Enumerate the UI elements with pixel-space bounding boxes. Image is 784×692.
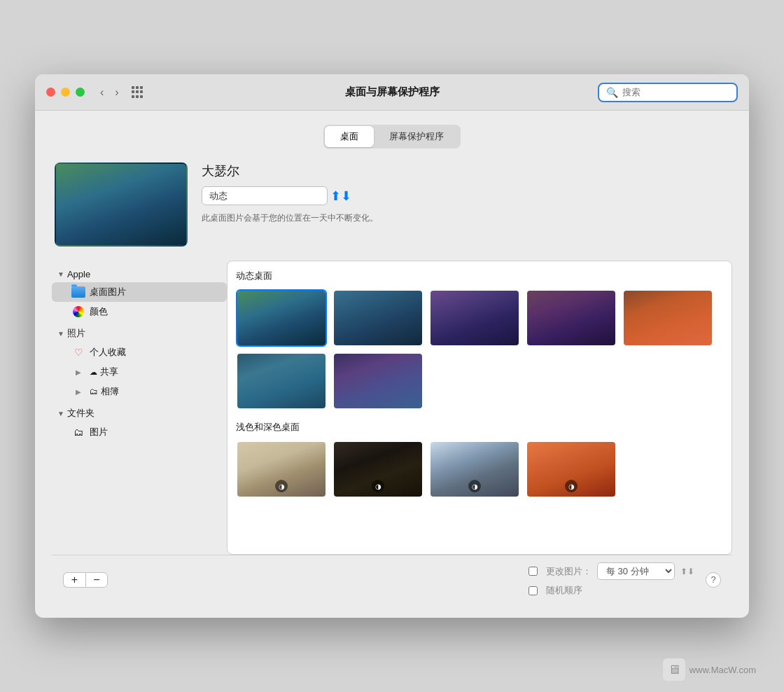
sidebar-item-albums[interactable]: ▶ 🗂 相簿 bbox=[52, 382, 227, 401]
wallpaper-thumb-2[interactable] bbox=[332, 289, 424, 347]
wallpaper-thumb-5[interactable] bbox=[622, 289, 713, 347]
lightdark-wallpaper-grid: ◑ ◑ ◑ ◑ bbox=[236, 441, 723, 498]
wallpaper-thumb-1[interactable] bbox=[236, 289, 327, 347]
titlebar: ‹ › 桌面与屏幕保护程序 🔍 bbox=[35, 74, 749, 111]
sidebar-header-apple[interactable]: ▼ Apple bbox=[52, 266, 227, 282]
body-layout: ▼ Apple 桌面图片 颜色 bbox=[52, 261, 732, 555]
sidebar-albums-label: 相簿 bbox=[101, 385, 119, 398]
sidebar: ▼ Apple 桌面图片 颜色 bbox=[52, 261, 227, 555]
sun-moon-icon-8: ◑ bbox=[275, 480, 288, 492]
wallpaper-panel: 动态桌面 bbox=[227, 261, 732, 555]
add-button[interactable]: + bbox=[63, 572, 85, 588]
sidebar-item-desktop-pictures[interactable]: 桌面图片 bbox=[52, 282, 227, 302]
sidebar-shared-label: 共享 bbox=[100, 366, 118, 378]
wallpaper-thumb-10[interactable]: ◑ bbox=[429, 441, 520, 498]
chevron-down-icon: ▼ bbox=[57, 270, 64, 278]
sun-moon-icon-11: ◑ bbox=[565, 480, 578, 492]
wallpaper-thumb-4[interactable] bbox=[526, 289, 617, 347]
random-order-row: 随机顺序 bbox=[528, 584, 694, 597]
interval-arrows-icon: ⬆⬇ bbox=[680, 567, 694, 576]
wallpaper-image-2 bbox=[334, 291, 422, 345]
mode-dropdown-wrapper: 动态 浅色（静态） 深色（静态） 自动旋转 ⬆⬇ bbox=[202, 186, 729, 205]
minimize-button[interactable] bbox=[61, 88, 70, 97]
colors-icon bbox=[71, 306, 85, 317]
watermark-icon: 🖥 bbox=[663, 658, 685, 681]
dynamic-wallpaper-grid bbox=[236, 289, 723, 410]
wallpaper-name: 大瑟尔 bbox=[202, 162, 729, 179]
wallpaper-thumb-9[interactable]: ◑ bbox=[332, 441, 424, 498]
dropdown-arrow-icon: ⬆⬇ bbox=[330, 188, 351, 204]
main-window: ‹ › 桌面与屏幕保护程序 🔍 桌面 屏幕保护程序 bbox=[35, 74, 749, 618]
help-button[interactable]: ? bbox=[706, 572, 721, 588]
wallpaper-image-5 bbox=[624, 291, 712, 345]
watermark-text: www.MacW.com bbox=[690, 665, 756, 675]
chevron-down-icon-folders: ▼ bbox=[57, 410, 64, 417]
sidebar-folders-label: 文件夹 bbox=[67, 407, 94, 420]
add-remove-group: + − bbox=[63, 572, 108, 588]
interval-select[interactable]: 每 30 分钟 每小时 每天 登录时 bbox=[597, 562, 675, 580]
sidebar-item-shared[interactable]: ▶ ☁ 共享 bbox=[52, 362, 227, 382]
content-area: 桌面 屏幕保护程序 大瑟尔 动态 浅色（静态） 深色（静态） 自动旋转 ⬆⬇ bbox=[35, 111, 749, 618]
sidebar-desktop-pictures-label: 桌面图片 bbox=[90, 286, 126, 298]
close-button[interactable] bbox=[46, 88, 55, 97]
lightdark-section-title: 浅色和深色桌面 bbox=[236, 421, 723, 434]
change-picture-checkbox[interactable] bbox=[528, 567, 538, 576]
tab-bar: 桌面 屏幕保护程序 bbox=[52, 125, 732, 148]
back-button[interactable]: ‹ bbox=[96, 85, 108, 100]
sidebar-favorites-label: 个人收藏 bbox=[90, 346, 126, 359]
folder-blue-icon bbox=[71, 286, 85, 298]
wallpaper-image-4 bbox=[527, 291, 615, 345]
cloud-icon: ☁ bbox=[90, 368, 97, 377]
sidebar-item-favorites[interactable]: ♡ 个人收藏 bbox=[52, 342, 227, 362]
chevron-right-shared-icon: ▶ bbox=[71, 366, 85, 378]
sidebar-colors-label: 颜色 bbox=[90, 305, 108, 318]
sidebar-photos-label: 照片 bbox=[67, 327, 85, 340]
sidebar-group-apple: ▼ Apple 桌面图片 颜色 bbox=[52, 266, 227, 321]
remove-button[interactable]: − bbox=[85, 572, 108, 588]
grid-icon[interactable] bbox=[132, 86, 144, 99]
preview-image bbox=[56, 164, 186, 245]
wallpaper-image-6 bbox=[237, 354, 326, 408]
pictures-folder-icon: 🗂 bbox=[71, 427, 85, 438]
wallpaper-thumb-8[interactable]: ◑ bbox=[236, 441, 327, 498]
preview-description: 此桌面图片会基于您的位置在一天中不断变化。 bbox=[202, 212, 729, 224]
sidebar-group-folders: ▼ 文件夹 🗂 图片 bbox=[52, 404, 227, 442]
wallpaper-thumb-3[interactable] bbox=[429, 289, 520, 347]
preview-info: 大瑟尔 动态 浅色（静态） 深色（静态） 自动旋转 ⬆⬇ 此桌面图片会基于您的位… bbox=[202, 162, 729, 224]
sun-moon-icon-10: ◑ bbox=[468, 480, 481, 492]
search-input[interactable] bbox=[622, 87, 729, 97]
forward-button[interactable]: › bbox=[111, 85, 122, 100]
tab-screensaver[interactable]: 屏幕保护程序 bbox=[374, 126, 459, 147]
wallpaper-image-3 bbox=[430, 291, 519, 345]
search-box[interactable]: 🔍 bbox=[598, 83, 738, 102]
heart-icon: ♡ bbox=[71, 347, 85, 358]
mode-select[interactable]: 动态 浅色（静态） 深色（静态） 自动旋转 bbox=[202, 186, 328, 205]
random-order-checkbox[interactable] bbox=[528, 586, 538, 595]
dynamic-section-title: 动态桌面 bbox=[236, 270, 723, 282]
wallpaper-thumb-6[interactable] bbox=[236, 352, 327, 410]
sidebar-apple-label: Apple bbox=[67, 269, 90, 279]
tab-group: 桌面 屏幕保护程序 bbox=[323, 125, 461, 148]
sidebar-item-pictures[interactable]: 🗂 图片 bbox=[52, 422, 227, 442]
sidebar-header-folders[interactable]: ▼ 文件夹 bbox=[52, 404, 227, 422]
sidebar-item-colors[interactable]: 颜色 bbox=[52, 302, 227, 321]
preview-area: 大瑟尔 动态 浅色（静态） 深色（静态） 自动旋转 ⬆⬇ 此桌面图片会基于您的位… bbox=[52, 162, 732, 247]
tab-desktop[interactable]: 桌面 bbox=[325, 126, 374, 147]
folder-albums-icon: 🗂 bbox=[90, 387, 98, 396]
wallpaper-image-7 bbox=[334, 354, 422, 408]
wallpaper-image-1 bbox=[237, 291, 326, 345]
change-picture-row: 更改图片： 每 30 分钟 每小时 每天 登录时 ⬆⬇ bbox=[528, 562, 694, 580]
bottom-options: 更改图片： 每 30 分钟 每小时 每天 登录时 ⬆⬇ 随机顺序 bbox=[528, 562, 694, 597]
wallpaper-thumb-7[interactable] bbox=[332, 352, 424, 410]
search-icon: 🔍 bbox=[606, 87, 618, 98]
sun-moon-icon-9: ◑ bbox=[372, 480, 384, 492]
sidebar-header-photos[interactable]: ▼ 照片 bbox=[52, 324, 227, 342]
preview-thumbnail bbox=[55, 162, 188, 247]
wallpaper-thumb-11[interactable]: ◑ bbox=[526, 441, 617, 498]
traffic-lights bbox=[46, 88, 85, 97]
maximize-button[interactable] bbox=[76, 88, 85, 97]
sidebar-pictures-label: 图片 bbox=[90, 426, 108, 438]
bottom-bar: + − 更改图片： 每 30 分钟 每小时 每天 登录时 ⬆⬇ bbox=[52, 555, 732, 604]
chevron-down-icon-photos: ▼ bbox=[57, 330, 64, 338]
nav-arrows: ‹ › bbox=[96, 85, 123, 100]
